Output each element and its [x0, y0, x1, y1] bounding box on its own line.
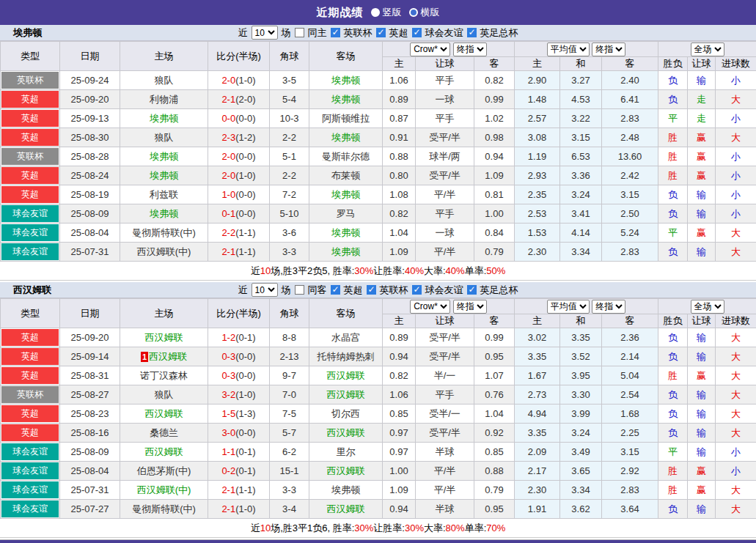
league-type-cell: 球会友谊: [1, 500, 60, 519]
corners: 3-5: [270, 71, 309, 90]
match-date: 25-07-27: [60, 500, 120, 519]
league-type-cell: 球会友谊: [1, 443, 60, 462]
handicap-odds-away: 0.94: [474, 147, 515, 166]
halftime-score: (0-0): [235, 189, 255, 200]
same-venue-checkbox[interactable]: [295, 28, 304, 37]
sub-column-header: 客: [474, 314, 515, 328]
home-team: 曼彻斯特联(中): [120, 224, 208, 243]
away-team: 西汉姆联: [309, 366, 383, 385]
result-goals: 大: [716, 405, 756, 424]
match-row: 球会友谊25-08-09埃弗顿0-1(0-0)5-10罗马0.82平手1.002…: [1, 204, 756, 224]
away-team: 埃弗顿: [309, 224, 383, 243]
radio-unselected-icon[interactable]: [409, 8, 418, 17]
league-checkbox[interactable]: [412, 285, 422, 295]
fulltime-score: 1-2: [221, 332, 235, 343]
home-team-name: 狼队: [155, 75, 174, 86]
league-type-cell: 英超: [1, 166, 60, 185]
halftime-score: (0-1): [235, 446, 255, 457]
league-type-cell: 英联杯: [1, 71, 60, 90]
final-odds-select[interactable]: 终指: [453, 43, 487, 56]
fulltime-score: 0-2: [221, 465, 235, 476]
odds-source-select[interactable]: Crow*: [410, 300, 450, 314]
column-header: 主场: [120, 42, 208, 71]
result-handicap: 输: [688, 185, 716, 204]
score-cell: 2-3(1-2): [208, 128, 270, 147]
away-team-name: 西汉姆联: [327, 427, 365, 438]
result-handicap: 输: [688, 328, 716, 347]
result-goals: 大: [716, 481, 756, 500]
avg-home-odds: 2.35: [515, 185, 560, 204]
league-checkbox[interactable]: [412, 28, 422, 37]
result-wdl: 胜: [658, 481, 688, 500]
home-team: 西汉姆联: [120, 328, 208, 347]
handicap-odds-home: 0.89: [383, 328, 416, 347]
halftime-score: (1-0): [235, 389, 255, 400]
summary-segment: 10: [260, 522, 271, 533]
column-header: 日期: [60, 42, 120, 71]
fulltime-score: 0-1: [221, 208, 235, 219]
result-goals: 大: [716, 385, 756, 405]
match-count-select[interactable]: 10: [252, 26, 278, 40]
match-count-select[interactable]: 10: [252, 283, 278, 297]
column-header: 角球: [270, 42, 309, 71]
avg-draw-odds: 3.49: [560, 443, 602, 462]
league-checkbox[interactable]: [376, 28, 386, 37]
result-handicap: 输: [688, 443, 716, 462]
odds-source-select[interactable]: Crow*: [410, 43, 450, 56]
league-checkbox-label: 英足总杯: [480, 26, 518, 40]
match-date: 25-08-27: [60, 385, 120, 405]
final-odds-select-2[interactable]: 终指: [592, 43, 625, 56]
radio-horizontal[interactable]: 横版: [409, 6, 440, 19]
avg-home-odds: 2.53: [515, 204, 560, 224]
result-goals: 大: [716, 243, 756, 262]
away-team-name: 托特纳姆热刺: [318, 351, 375, 362]
final-odds-select[interactable]: 终指: [453, 300, 487, 314]
match-row: 英联杯25-08-28埃弗顿2-0(0-0)5-1曼斯菲尔德0.88球半/两0.…: [1, 147, 756, 166]
summary-segment: 10: [260, 265, 271, 276]
handicap-odds-away: 0.98: [474, 128, 515, 147]
home-team-name: 狼队: [155, 132, 174, 143]
result-handicap: 输: [688, 385, 716, 405]
stats-summary: 近10场,胜3平1负6, 胜率:30% 让胜率:30% 大率:80% 单率:70…: [0, 519, 756, 538]
summary-segment: 30%: [354, 265, 373, 276]
league-checkbox[interactable]: [331, 285, 340, 295]
home-team: 西汉姆联(中): [120, 243, 208, 262]
league-checkbox[interactable]: [367, 285, 376, 295]
home-team-name: 埃弗顿: [150, 113, 178, 124]
summary-segment: 近: [251, 265, 260, 278]
handicap-name: 平/半: [416, 462, 474, 481]
league-checkbox[interactable]: [331, 28, 340, 37]
result-handicap: 赢: [688, 147, 716, 166]
radio-selected-icon[interactable]: [371, 8, 380, 17]
avg-home-odds: 2.57: [515, 109, 560, 128]
match-row: 英联杯25-08-27狼队3-2(1-0)7-0西汉姆联1.06平手0.762.…: [1, 385, 756, 405]
league-checkbox[interactable]: [467, 28, 477, 37]
home-team-name: 西汉姆联(中): [137, 484, 191, 495]
away-team: 西汉姆联: [309, 500, 383, 519]
avg-home-odds: 3.35: [515, 424, 560, 443]
league-badge: 英超: [1, 367, 59, 384]
scope-select[interactable]: 全场: [691, 43, 724, 56]
score-cell: 0-1(0-0): [208, 204, 270, 224]
league-checkbox[interactable]: [467, 285, 477, 295]
radio-horizontal-label[interactable]: 横版: [421, 6, 440, 19]
result-goals: 大: [716, 347, 756, 366]
match-date: 25-09-13: [60, 109, 120, 128]
score-cell: 2-0(1-0): [208, 166, 270, 185]
scope-select[interactable]: 全场: [691, 300, 724, 314]
handicap-odds-away: 0.82: [474, 71, 515, 90]
match-date: 25-09-20: [60, 90, 120, 109]
handicap-odds-away: 0.99: [474, 90, 515, 109]
average-select[interactable]: 平均值: [547, 300, 590, 314]
average-select[interactable]: 平均值: [547, 43, 590, 56]
result-goals: 小: [716, 462, 756, 481]
result-handicap: 赢: [688, 224, 716, 243]
avg-draw-odds: 3.24: [560, 185, 602, 204]
radio-vertical[interactable]: 竖版: [371, 6, 402, 19]
same-venue-checkbox[interactable]: [295, 285, 304, 295]
avg-home-odds: 3.35: [515, 347, 560, 366]
matches-label: 场: [282, 26, 291, 40]
radio-vertical-label[interactable]: 竖版: [383, 6, 402, 19]
home-team: 狼队: [120, 71, 208, 90]
final-odds-select-2[interactable]: 终指: [592, 300, 625, 314]
